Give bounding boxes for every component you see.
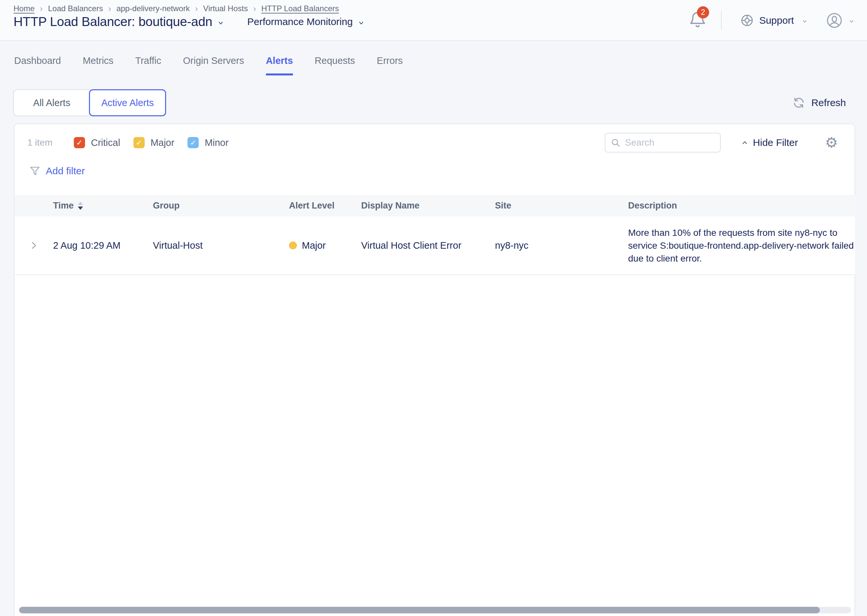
sort-icon — [78, 201, 83, 210]
breadcrumb-virtual-hosts[interactable]: Virtual Hosts — [203, 4, 248, 13]
item-count: 1 item — [27, 137, 53, 148]
breadcrumb-namespace[interactable]: app-delivery-network — [116, 4, 190, 13]
column-header-display-name[interactable]: Display Name — [361, 201, 495, 211]
breadcrumb-home[interactable]: Home — [14, 4, 35, 13]
breadcrumb-separator-icon: › — [253, 4, 256, 13]
notifications-button[interactable]: 2 — [688, 9, 707, 31]
breadcrumb-load-balancers[interactable]: Load Balancers — [48, 4, 103, 13]
avatar-icon — [826, 12, 843, 29]
breadcrumb-separator-icon: › — [108, 4, 111, 13]
column-header-alert-level[interactable]: Alert Level — [289, 201, 361, 211]
cell-time: 2 Aug 10:29 AM — [53, 240, 153, 251]
view-selector-chevron-down-icon[interactable] — [359, 20, 364, 26]
horizontal-scrollbar-thumb[interactable] — [19, 607, 820, 613]
title-dropdown-chevron-down-icon[interactable] — [218, 20, 223, 26]
lifebuoy-icon — [740, 14, 754, 27]
active-alerts-button[interactable]: Active Alerts — [89, 89, 166, 116]
notification-badge: 2 — [697, 6, 709, 19]
top-bar: Home › Load Balancers › app-delivery-net… — [0, 0, 867, 41]
topbar-actions: 2 Support — [688, 0, 854, 41]
alerts-table: Time Group Alert Level Display Name Site… — [14, 195, 855, 275]
support-menu[interactable]: Support — [740, 14, 807, 27]
tab-requests[interactable]: Requests — [315, 55, 355, 75]
search-box — [605, 133, 721, 152]
search-input[interactable] — [625, 137, 715, 148]
topbar-divider — [721, 11, 722, 30]
tab-metrics[interactable]: Metrics — [83, 55, 113, 75]
tab-origin-servers[interactable]: Origin Servers — [183, 55, 244, 75]
refresh-button[interactable]: Refresh — [792, 89, 846, 116]
tab-errors[interactable]: Errors — [377, 55, 403, 75]
critical-label: Critical — [91, 137, 120, 148]
tab-dashboard[interactable]: Dashboard — [14, 55, 61, 75]
breadcrumb-separator-icon: › — [40, 4, 43, 13]
cell-description: More than 10% of the requests from site … — [628, 226, 855, 265]
alert-level-text: Major — [302, 240, 326, 251]
column-header-site[interactable]: Site — [495, 201, 628, 211]
critical-checkbox[interactable]: ✓ Critical — [74, 137, 120, 148]
description-text: More than 10% of the requests from site … — [628, 226, 855, 265]
tab-alerts[interactable]: Alerts — [266, 55, 293, 75]
horizontal-scrollbar-track[interactable] — [19, 607, 851, 613]
cell-site: ny8-nyc — [495, 240, 628, 251]
major-checkbox-box: ✓ — [134, 137, 145, 148]
hide-filter-label: Hide Filter — [753, 137, 798, 148]
table-header: Time Group Alert Level Display Name Site… — [14, 195, 855, 217]
cell-display-name: Virtual Host Client Error — [361, 240, 495, 251]
refresh-icon — [792, 96, 806, 109]
minor-checkbox-box: ✓ — [187, 137, 199, 148]
breadcrumb-http-load-balancers[interactable]: HTTP Load Balancers — [261, 4, 339, 13]
hide-filter-button[interactable]: Hide Filter — [742, 137, 798, 148]
table-row[interactable]: 2 Aug 10:29 AM Virtual-Host Major Virtua… — [14, 217, 855, 275]
alerts-page: Home › Load Balancers › app-delivery-net… — [0, 0, 867, 616]
chevron-up-icon — [742, 140, 747, 145]
alerts-card: 1 item ✓ Critical ✓ Major ✓ Minor — [14, 124, 855, 616]
search-icon — [611, 138, 620, 148]
add-filter-label: Add filter — [46, 165, 85, 176]
view-selector[interactable]: Performance Monitoring — [247, 16, 352, 27]
cell-group: Virtual-Host — [153, 240, 289, 251]
breadcrumb-separator-icon: › — [195, 4, 198, 13]
support-label: Support — [759, 15, 794, 26]
funnel-icon — [29, 165, 41, 177]
critical-checkbox-box: ✓ — [74, 137, 85, 148]
user-chevron-down-icon — [849, 19, 854, 24]
column-header-description[interactable]: Description — [628, 201, 855, 211]
column-header-time[interactable]: Time — [53, 201, 153, 211]
refresh-label: Refresh — [811, 97, 846, 108]
alerts-view-toggle: All Alerts Active Alerts — [13, 89, 166, 116]
breadcrumb: Home › Load Balancers › app-delivery-net… — [14, 4, 339, 13]
add-filter-button[interactable]: Add filter — [29, 165, 85, 177]
major-checkbox[interactable]: ✓ Major — [134, 137, 175, 148]
cell-alert-level: Major — [289, 240, 361, 251]
major-dot-icon — [289, 242, 297, 249]
filter-toolbar: 1 item ✓ Critical ✓ Major ✓ Minor — [14, 132, 854, 153]
title-row: HTTP Load Balancer: boutique-adn Perform… — [14, 14, 364, 29]
user-menu[interactable] — [826, 12, 854, 29]
column-header-group[interactable]: Group — [153, 201, 289, 211]
all-alerts-button[interactable]: All Alerts — [13, 89, 90, 116]
tab-bar: Dashboard Metrics Traffic Origin Servers… — [14, 55, 403, 75]
support-chevron-down-icon — [802, 19, 807, 24]
row-expander-chevron-right-icon[interactable] — [30, 240, 38, 250]
minor-label: Minor — [205, 137, 229, 148]
page-title: HTTP Load Balancer: boutique-adn — [14, 14, 212, 29]
minor-checkbox[interactable]: ✓ Minor — [187, 137, 229, 148]
gear-icon[interactable]: ⚙ — [825, 135, 838, 150]
major-label: Major — [151, 137, 175, 148]
tab-traffic[interactable]: Traffic — [135, 55, 161, 75]
